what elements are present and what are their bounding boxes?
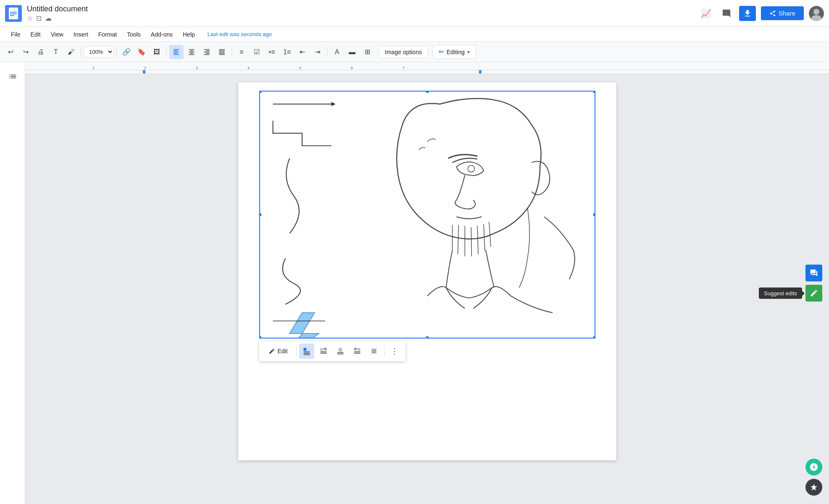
avatar[interactable]: [809, 6, 824, 21]
image-options-button[interactable]: Image options: [379, 46, 428, 58]
document-page: Edit: [238, 82, 616, 460]
svg-rect-31: [303, 353, 310, 354]
editing-mode-button[interactable]: ✏ Editing ▾: [432, 45, 476, 59]
align-center-button[interactable]: [184, 45, 199, 59]
doc-title[interactable]: Untitled document: [27, 5, 88, 13]
save-to-drive-button[interactable]: [739, 6, 756, 21]
align-left-button[interactable]: [169, 45, 184, 59]
add-comment-float-button[interactable]: [805, 265, 822, 281]
link-button[interactable]: 🔗: [119, 45, 134, 59]
paint-format-button[interactable]: 🖌: [64, 45, 78, 59]
sidebar-list-icon[interactable]: [5, 69, 20, 84]
svg-point-5: [813, 9, 819, 15]
separator-1: [81, 47, 81, 57]
more-options-button[interactable]: ⋮: [387, 344, 402, 359]
handle-middle-right[interactable]: [592, 213, 595, 217]
right-float-panel: Suggest edits: [805, 265, 822, 302]
wrap-break-button[interactable]: [333, 344, 348, 359]
chevron-down-icon: ▾: [467, 49, 470, 55]
numbered-button[interactable]: 1≡: [280, 45, 294, 59]
highlight-button[interactable]: A: [330, 45, 344, 59]
ai-assistant-button[interactable]: [805, 459, 822, 475]
image-toolbar: Edit: [259, 341, 405, 361]
doc-page[interactable]: Edit: [25, 74, 829, 504]
svg-rect-2: [10, 13, 17, 14]
trend-icon[interactable]: 📈: [699, 6, 714, 21]
menu-help[interactable]: Help: [179, 29, 199, 39]
edit-label: Edit: [278, 348, 288, 354]
checklist-button[interactable]: ☑: [250, 45, 264, 59]
svg-rect-32: [303, 354, 310, 355]
menubar: File Edit View Insert Format Tools Add-o…: [0, 27, 829, 42]
borders-button[interactable]: ⊞: [360, 45, 374, 59]
pencil-icon: ✏: [439, 48, 444, 56]
menu-addons[interactable]: Add-ons: [147, 29, 177, 39]
star-icon[interactable]: ☆: [27, 14, 33, 22]
indent-less-button[interactable]: ⇤: [295, 45, 309, 59]
bottom-right-panel: [805, 459, 822, 496]
toolbar-separator: [296, 346, 297, 356]
line-spacing-button[interactable]: ≡: [234, 45, 249, 59]
share-label: Share: [779, 10, 795, 17]
wrap-left-button[interactable]: [316, 344, 331, 359]
ruler-svg: 1 2 3 4 5 6 7: [25, 62, 829, 74]
topbar-right: 📈 Share: [699, 6, 824, 21]
main-area: 1 2 3 4 5 6 7: [0, 62, 829, 504]
svg-text:3: 3: [196, 66, 198, 70]
handle-top-left[interactable]: [259, 91, 262, 94]
comment-icon[interactable]: [719, 6, 734, 21]
bookmark-button[interactable]: 🔖: [134, 45, 149, 59]
svg-rect-42: [354, 348, 357, 349]
handle-bottom-middle[interactable]: [425, 336, 429, 339]
svg-rect-35: [324, 349, 326, 350]
handle-bottom-left[interactable]: [259, 336, 262, 339]
align-right-button[interactable]: [200, 45, 214, 59]
svg-marker-19: [331, 102, 335, 106]
print-button[interactable]: 🖨: [34, 45, 48, 59]
gemini-button[interactable]: [805, 479, 822, 496]
suggest-edits-float-button[interactable]: Suggest edits: [805, 285, 822, 302]
undo-button[interactable]: ↩: [3, 45, 18, 59]
zoom-select[interactable]: 100% 75% 125% 150%: [84, 46, 114, 58]
handle-middle-left[interactable]: [259, 213, 262, 217]
svg-line-24: [471, 227, 471, 257]
menu-view[interactable]: View: [47, 29, 68, 39]
image-container[interactable]: Edit: [259, 91, 595, 339]
handle-top-middle[interactable]: [425, 91, 429, 94]
spell-check-button[interactable]: T: [49, 45, 63, 59]
separator-2: [116, 47, 117, 57]
redo-button[interactable]: ↪: [18, 45, 33, 59]
handle-bottom-right[interactable]: [592, 336, 595, 339]
left-sidebar: [0, 62, 25, 504]
bullets-button[interactable]: •≡: [265, 45, 279, 59]
last-edit-link[interactable]: Last edit was seconds ago: [208, 31, 272, 37]
svg-text:2: 2: [144, 66, 146, 70]
menu-insert[interactable]: Insert: [69, 29, 92, 39]
menu-file[interactable]: File: [7, 29, 25, 39]
menu-tools[interactable]: Tools: [123, 29, 145, 39]
topbar: Untitled document ☆ ⊡ ☁ 📈 Share: [0, 0, 829, 27]
svg-line-27: [489, 222, 490, 247]
svg-rect-34: [324, 348, 326, 349]
justify-button[interactable]: [215, 45, 229, 59]
svg-rect-3: [10, 15, 14, 16]
app-icon[interactable]: [5, 5, 22, 22]
folder-icon[interactable]: ⊡: [36, 14, 42, 22]
svg-rect-41: [357, 348, 360, 351]
separator-5: [327, 47, 327, 57]
selected-image[interactable]: [259, 91, 595, 339]
menu-format[interactable]: Format: [94, 29, 121, 39]
handle-top-right[interactable]: [592, 91, 595, 94]
wrap-right-button[interactable]: [350, 344, 365, 359]
drawing-content: [260, 92, 595, 338]
wrap-behind-button[interactable]: [366, 344, 382, 359]
indent-more-button[interactable]: ⇥: [310, 45, 324, 59]
cloud-icon[interactable]: ☁: [45, 14, 52, 22]
background-button[interactable]: ▬: [345, 45, 359, 59]
wrap-inline-button[interactable]: [299, 344, 314, 359]
menu-edit[interactable]: Edit: [26, 29, 45, 39]
share-button[interactable]: Share: [761, 6, 804, 20]
image-button[interactable]: 🖼: [150, 45, 164, 59]
svg-rect-38: [338, 348, 342, 352]
edit-image-button[interactable]: Edit: [263, 345, 294, 357]
